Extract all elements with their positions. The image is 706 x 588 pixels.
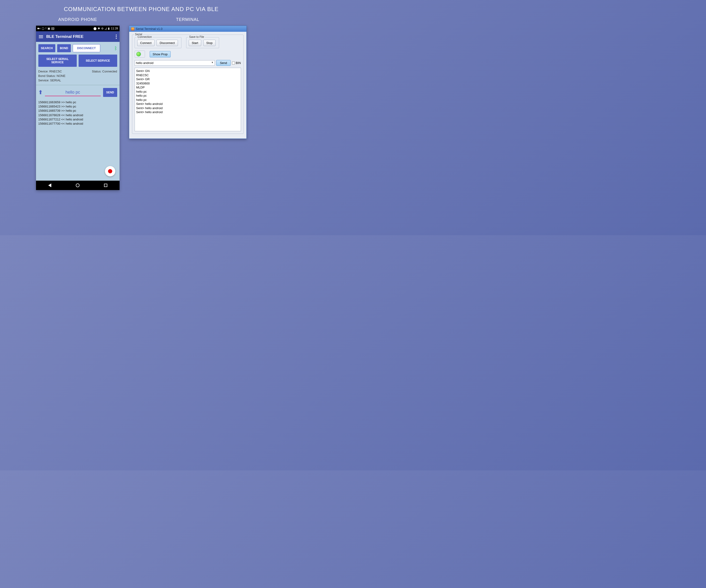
clock: 11:28	[111, 27, 118, 30]
log-line: 1566811676628 << hello android	[38, 113, 117, 117]
status-led-box	[134, 50, 145, 58]
window-titlebar: Serial Terminal v1.0	[129, 26, 246, 32]
picture-icon: ▢	[42, 27, 44, 30]
search-button[interactable]: SEARCH	[38, 44, 55, 52]
bluetooth-icon: ᛒ	[114, 46, 117, 51]
message-input[interactable]	[45, 89, 101, 96]
log-line: Sent> hello android	[136, 102, 163, 106]
savefile-group: Save to File Start Stop	[186, 37, 219, 48]
android-navbar	[36, 181, 120, 190]
connect-button[interactable]: Connect	[137, 40, 155, 46]
menu-icon[interactable]	[39, 35, 43, 38]
android-statusbar: ■« ▢ ! ▣ 89 ⬤ ✱ ⊖ ◿ ▮ 11:28	[36, 26, 120, 31]
window-title: Serial Terminal v1.0	[136, 27, 163, 31]
video-icon: ■«	[37, 27, 41, 30]
log-line: Sent> hello android	[136, 110, 163, 114]
log-line: 1566811663659 >> hello pc	[38, 100, 117, 104]
location-icon: ⬤	[93, 27, 96, 30]
bin-label: BIN	[236, 61, 241, 65]
app-bar: BLE Terminal FREE	[36, 31, 120, 42]
pc-disconnect-button[interactable]: Disconnect	[156, 40, 178, 46]
notif-count: 89	[51, 27, 54, 30]
bond-status-label: Bond Status: NONE	[38, 74, 117, 78]
serial-group: Serial Connection Connect Disconnect Sav…	[132, 35, 243, 134]
bluetooth-status-icon: ✱	[97, 27, 100, 30]
log-line: 1566811665423 >> hello pc	[38, 104, 117, 109]
page-title: COMMUNICATION BETWEEN PHONE AND PC VIA B…	[0, 0, 282, 12]
recents-icon[interactable]	[104, 184, 107, 187]
record-fab[interactable]	[105, 166, 115, 176]
log-line: 1566811677700 << hello android	[38, 122, 117, 126]
left-column-label: ANDROID PHONE	[58, 17, 97, 22]
log-line: 1566811677212 << hello android	[38, 117, 117, 122]
start-button[interactable]: Start	[189, 40, 201, 46]
send-combobox[interactable]: hello android ▼	[134, 60, 215, 66]
log-line: Sent> GN	[136, 69, 150, 73]
more-icon[interactable]	[116, 35, 117, 39]
disconnect-button[interactable]: DISCONNECT	[73, 44, 100, 52]
log-line: Sent> hello android	[136, 106, 163, 110]
record-icon	[108, 169, 112, 173]
status-led-icon	[136, 52, 141, 56]
phone-log: 1566811663659 >> hello pc 1566811665423 …	[38, 100, 117, 126]
right-column-label: TERMINAL	[176, 17, 199, 22]
status-label: Status: Connected	[92, 70, 117, 73]
app-icon	[131, 27, 134, 31]
log-line: Sent> GR	[136, 77, 150, 81]
home-icon[interactable]	[76, 183, 80, 187]
chevron-down-icon: ▼	[211, 61, 214, 65]
phone-frame: ■« ▢ ! ▣ 89 ⬤ ✱ ⊖ ◿ ▮ 11:28 BLE Terminal	[36, 26, 120, 190]
savefile-group-label: Save to File	[188, 35, 205, 39]
send-button[interactable]: SEND	[103, 88, 117, 97]
arrow-up-icon: ⬆	[38, 89, 43, 95]
log-line: MLDP	[136, 86, 145, 89]
log-line: 1566811665739 >> hello pc	[38, 109, 117, 113]
battery-icon: ▮	[108, 27, 110, 30]
alert-icon: !	[45, 27, 46, 30]
device-label: Device: RNEC5C	[38, 70, 62, 73]
bin-checkbox[interactable]	[232, 61, 235, 65]
select-serial-service-button[interactable]: SELECT SERIAL SERVICE	[38, 54, 77, 67]
stop-button[interactable]: Stop	[203, 40, 216, 46]
android-icon: ▣	[47, 27, 50, 30]
log-line: hello pc	[136, 90, 147, 93]
pc-send-button[interactable]: Send	[216, 60, 230, 66]
terminal-window: Serial Terminal v1.0 Serial Connection C…	[129, 26, 247, 139]
back-icon[interactable]	[48, 183, 51, 187]
log-line: hello pc	[136, 94, 147, 97]
signal-icon: ◿	[105, 27, 107, 30]
select-service-button[interactable]: SELECT SERVICE	[79, 54, 117, 67]
log-line: RNEC5C	[136, 73, 149, 77]
bond-button[interactable]: BOND	[57, 44, 71, 52]
log-line: 32450600	[136, 82, 150, 85]
app-title: BLE Terminal FREE	[46, 34, 113, 39]
terminal-log[interactable]: Sent> GN RNEC5C Sent> GR 32450600 MLDP h…	[134, 68, 241, 131]
send-combobox-value: hello android	[136, 61, 153, 65]
dnd-icon: ⊖	[101, 27, 104, 30]
show-prop-button[interactable]: Show Prop	[150, 51, 171, 57]
service-label: Service: SERIAL	[38, 79, 117, 82]
log-line: hello pc	[136, 98, 147, 101]
connection-group: Connection Connect Disconnect	[134, 37, 182, 48]
connection-group-label: Connection	[137, 35, 153, 39]
